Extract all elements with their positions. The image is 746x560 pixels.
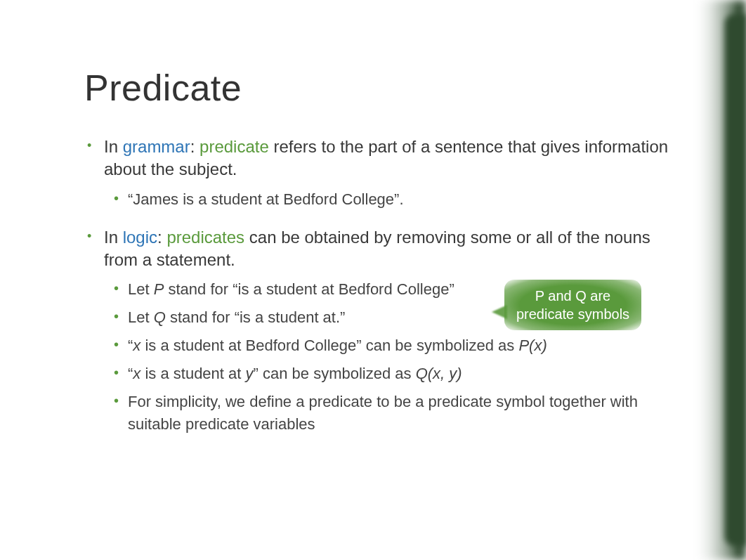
text: Let: [128, 280, 154, 298]
callout-box: P and Q are predicate symbols: [504, 280, 641, 330]
expr-qxy: Q(x, y): [416, 365, 462, 382]
keyword-predicates: predicates: [166, 228, 244, 247]
text: :: [157, 228, 166, 247]
right-accent-core: [725, 14, 746, 546]
text: “James is a student at Bedford College”.: [128, 190, 404, 208]
bullet-logic: In logic: predicates can be obtained by …: [84, 226, 669, 436]
sub-item: For simplicity, we define a predicate to…: [104, 391, 669, 436]
expr-px: P(x): [518, 337, 547, 354]
var-x: x: [133, 365, 140, 382]
callout-line1: P and Q are: [535, 287, 610, 305]
text: stand for “is a student at.”: [166, 308, 346, 326]
callout-line2: predicate symbols: [516, 305, 629, 323]
text: stand for “is a student at Bedford Colle…: [164, 280, 454, 298]
text: ” can be symbolized as: [254, 365, 416, 382]
var-x: x: [133, 337, 140, 354]
text: In: [104, 228, 123, 247]
keyword-predicate: predicate: [199, 137, 269, 156]
callout-content: P and Q are predicate symbols: [504, 280, 641, 330]
text: Let: [128, 308, 154, 326]
bullet-grammar: In grammar: predicate refers to the part…: [84, 136, 669, 211]
var-q: Q: [154, 308, 166, 326]
slide-title: Predicate: [84, 67, 669, 109]
keyword-logic: logic: [123, 228, 157, 247]
slide: Predicate In grammar: predicate refers t…: [0, 0, 746, 560]
var-p: P: [154, 280, 164, 298]
text: In: [104, 137, 123, 156]
text: :: [190, 137, 199, 156]
sub-item: “x is a student at Bedford College” can …: [104, 334, 669, 357]
text: is a student at Bedford College” can be …: [140, 337, 518, 354]
text: For simplicity, we define a predicate to…: [128, 393, 638, 433]
text: is a student at: [140, 365, 245, 382]
sub-item: “James is a student at Bedford College”.: [104, 188, 669, 211]
keyword-grammar: grammar: [123, 137, 190, 156]
sub-item: “x is a student at y” can be symbolized …: [104, 363, 669, 385]
var-y: y: [246, 365, 254, 382]
sub-list: “James is a student at Bedford College”.: [104, 188, 669, 211]
